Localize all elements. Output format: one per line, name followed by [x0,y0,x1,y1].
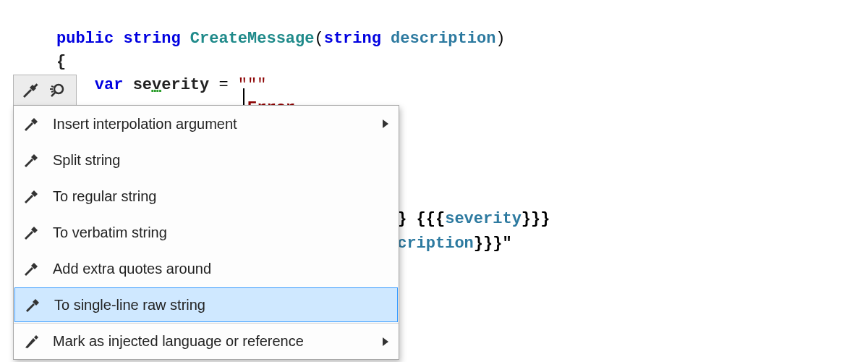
code-partial: }} {{{severity}}} scription}}}" [388,182,550,256]
type-string: string [123,30,180,48]
intention-toolbar[interactable] [13,75,77,105]
menu-item-add-extra-quotes[interactable]: Add extra quotes around [14,251,399,287]
menu-label: To single-line raw string [54,297,387,313]
menu-item-to-single-line-raw[interactable]: To single-line raw string [14,287,398,322]
menu-item-insert-interpolation[interactable]: Insert interpolation argument [14,106,399,142]
method-name: CreateMessage [190,30,315,48]
bracket-text: }}}" [474,235,512,253]
svg-line-4 [51,86,54,87]
equals: = [209,76,238,94]
hammer-icon [22,115,40,132]
menu-item-mark-injected[interactable]: Mark as injected language or reference [14,323,399,359]
keyword-public: public [56,30,114,48]
var-name: severity [133,76,210,94]
hammer-icon [22,188,40,205]
interp-var: severity [445,210,522,228]
svg-line-2 [51,92,56,96]
hammer-icon [24,296,41,313]
hint-dots-icon: ···· [150,83,161,99]
open-brace: { [56,53,66,71]
svg-line-5 [51,91,54,92]
rparen: ) [495,30,505,48]
menu-label: To verbatim string [53,224,388,241]
pen-icon [22,333,40,350]
hammer-icon [22,151,40,169]
hammer-icon [22,260,40,277]
interp-var: scription [388,235,474,253]
hammer-icon [22,224,40,241]
menu-label: To regular string [53,188,388,205]
submenu-arrow-icon [383,119,388,128]
menu-label: Split string [53,152,388,169]
menu-label: Mark as injected language or reference [53,333,370,350]
menu-item-split-string[interactable]: Split string [14,142,399,178]
bracket-text: }}} [522,210,550,228]
hammer-icon[interactable] [21,82,38,99]
keyword-var: var [95,76,124,94]
menu-item-to-regular-string[interactable]: To regular string [14,178,399,214]
param-name: description [391,30,495,48]
context-actions-popup: Insert interpolation argument Split stri… [13,105,399,360]
submenu-arrow-icon [383,337,388,346]
triple-quote-open: """ [238,76,267,94]
param-type: string [324,30,381,48]
menu-item-to-verbatim-string[interactable]: To verbatim string [14,214,399,251]
lparen: ( [314,30,323,48]
menu-label: Add extra quotes around [53,261,388,277]
menu-label: Insert interpolation argument [53,116,370,132]
search-icon[interactable] [48,82,66,99]
